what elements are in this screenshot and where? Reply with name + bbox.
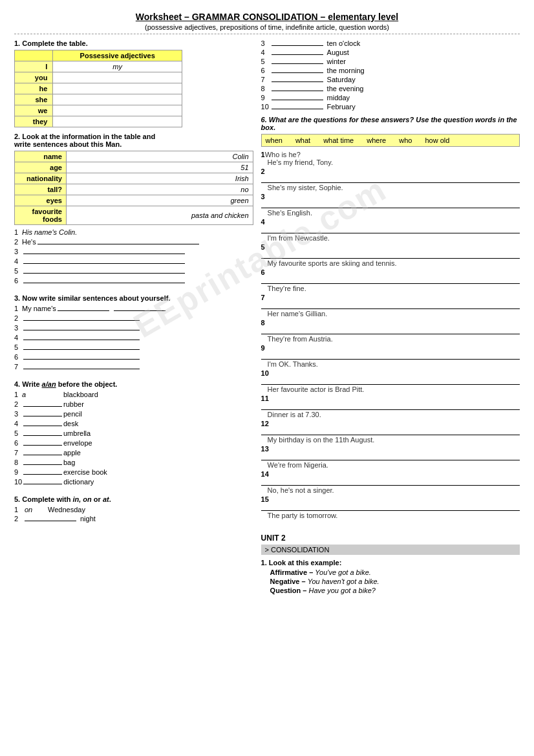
article-blank[interactable] [23,445,62,446]
time-word: ten o'clock [327,39,361,47]
item-num: 1 [14,391,22,398]
prep-blank[interactable] [25,521,76,521]
answer-blank[interactable] [23,330,140,330]
left-column: 1. Complete the table. Possessive adject… [14,39,253,596]
article-item: 4desk [14,420,253,427]
article-blank[interactable] [23,474,62,475]
qa-question-blank[interactable] [261,175,520,183]
item-num: 9 [14,468,22,476]
qa-question-blank[interactable] [261,478,520,486]
prep-blank[interactable] [272,109,323,109]
qa-question-blank[interactable] [261,226,520,233]
pronoun-cell: you [15,72,53,83]
section5-right-items: 3ten o'clock4August5winter6the morning7S… [261,39,520,111]
man-label-cell: age [15,162,67,173]
qa-question-blank[interactable] [261,503,520,511]
possessive-table: Possessive adjectives Imyyouheshewethey [14,50,182,127]
example-label: Negative – [270,578,306,585]
answer-blank[interactable] [23,283,185,283]
qa-question-blank[interactable] [261,377,520,385]
qa-item: 8They're from Austria. [261,319,520,343]
answer-blank[interactable] [23,273,185,274]
article-blank[interactable] [23,455,62,455]
prep-item: 4August [261,49,520,56]
example-line: Affirmative – You've got a bike. [261,568,520,576]
table-col-adj: Possessive adjectives [53,50,182,61]
line-num: 4 [14,334,22,341]
answer-blank[interactable] [58,310,109,311]
qa-num: 7 [261,294,265,301]
answer-blank[interactable] [23,263,185,264]
qa-response: Her favourite actor is Brad Pitt. [261,385,365,393]
article-blank[interactable] [23,416,62,416]
prep-num: 8 [261,85,272,92]
qa-question-blank[interactable] [261,352,520,360]
pronoun-cell: he [15,83,53,94]
qa-response: She's my sister, Sophie. [261,184,343,191]
time-word: February [327,103,356,111]
sentence-line: 5 [14,267,253,275]
man-value-cell: no [67,184,253,195]
line-num: 4 [14,257,22,265]
qa-question-blank[interactable] [261,251,520,259]
qa-response: I'm OK. Thanks. [261,360,318,368]
prep-blank[interactable] [272,63,323,64]
time-word: midday [327,94,350,102]
answer-blank[interactable] [23,320,140,321]
word: umbrella [63,429,91,437]
prep-blank[interactable] [272,91,323,91]
question-word: where [367,136,386,144]
prep-blank[interactable] [272,81,323,82]
time-word: night [80,515,96,523]
divider [14,34,520,34]
qa-num: 15 [261,495,269,503]
question-word: what [295,136,310,144]
qa-response: No, he's not a singer. [261,486,334,494]
qa-num: 6 [261,268,265,276]
word: bag [63,459,75,466]
qa-question-blank[interactable] [261,301,520,309]
page-title: Worksheet – GRAMMAR CONSOLIDATION – elem… [14,12,520,22]
prep-blank[interactable] [272,100,323,100]
article-blank[interactable] [23,406,62,407]
qa-question-blank[interactable] [261,327,520,334]
example-line: Negative – You haven't got a bike. [261,578,520,585]
man-value-cell: 51 [67,162,253,173]
qa-response: We're from Nigeria. [261,461,328,469]
article-blank[interactable] [23,464,62,465]
qa-question-blank[interactable] [261,200,520,208]
qa-item: 13We're from Nigeria. [261,445,520,469]
qa-question-blank[interactable] [261,453,520,460]
look-example-title: 1. Look at this example: [261,559,520,567]
qa-num: 14 [261,470,269,478]
time-word: the evening [327,85,364,92]
answer-blank[interactable] [23,349,140,350]
prep-blank[interactable] [272,72,323,73]
answer-blank[interactable] [23,340,140,340]
article-blank[interactable] [23,484,62,484]
answer-blank[interactable] [23,359,140,360]
qa-response: My favourite sports are skiing and tenni… [261,259,397,267]
answer-blank[interactable] [23,369,140,369]
prep-num: 3 [261,39,272,47]
answer-blank[interactable] [37,244,199,244]
answer-blank2[interactable] [114,310,166,311]
time-word: the morning [327,67,365,74]
section6-qas: 1Who is he?He's my friend, Tony.2She's m… [261,151,520,519]
qa-question-blank[interactable] [261,276,520,284]
article-blank[interactable] [23,435,62,436]
prep-blank[interactable] [272,54,323,55]
item-num: 10 [14,478,22,486]
article-blank[interactable] [23,426,62,426]
qa-question-blank[interactable] [261,427,520,435]
line-num: 1 [14,305,22,312]
qa-item: 14No, he's not a singer. [261,470,520,494]
question-word: how old [425,136,449,144]
prep-item: 9midday [261,94,520,102]
word: rubber [63,400,84,408]
time-word: Wednesday [48,506,85,513]
answer-blank[interactable] [23,254,185,254]
prep-blank[interactable] [272,45,323,46]
example-text: Have you got a bike? [309,587,376,594]
qa-question-blank[interactable] [261,402,520,410]
